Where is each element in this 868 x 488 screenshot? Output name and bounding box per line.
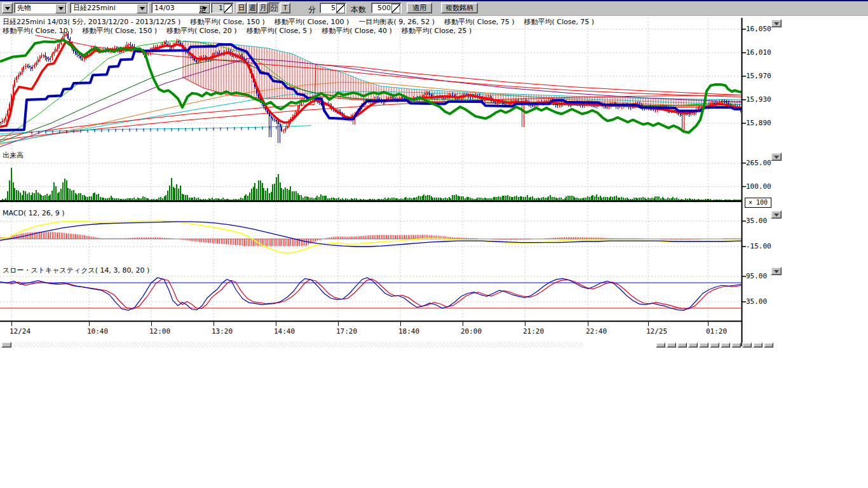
- mini-toolbar-button[interactable]: [667, 342, 676, 348]
- legend-item: 移動平均( Close, 100 ): [275, 18, 349, 26]
- period-month-button[interactable]: 月: [258, 3, 268, 13]
- legend-item: 移動平均( Close, 25 ): [402, 27, 472, 35]
- symbol-select-value: 日経225mini: [73, 4, 116, 13]
- mini-toolbar-button[interactable]: [742, 342, 752, 348]
- application-window: 先物 日経225mini 14/03 足 1 日 週 月 分 T 分 5 本数 …: [0, 0, 868, 488]
- stoch-axis-label: 35.00: [746, 297, 767, 306]
- time-axis-label: 20:00: [461, 327, 482, 336]
- legend-item: 移動平均( Close, 75 ): [524, 18, 595, 26]
- bar-count-label: 本数: [351, 4, 366, 15]
- time-axis-label: 12/24: [10, 327, 31, 336]
- interval-stepper-value: 1: [219, 4, 223, 13]
- scrollbar-track[interactable]: [13, 342, 583, 348]
- interval-stepper[interactable]: 1: [211, 3, 234, 13]
- mini-toolbar-button[interactable]: [677, 342, 687, 348]
- scrollbar-left-button[interactable]: [1, 342, 11, 348]
- market-select-value: 先物: [17, 4, 31, 13]
- ma-10-thick-red: [0, 42, 742, 126]
- chevron-down-icon: [774, 156, 779, 159]
- time-axis-label: 01:20: [706, 327, 727, 336]
- mini-toolbar-button[interactable]: [731, 342, 741, 348]
- legend-row-2: 移動平均( Close, 10 )移動平均( Close, 150 )移動平均(…: [3, 26, 481, 36]
- period-tick-button[interactable]: T: [280, 3, 290, 13]
- minute-label: 分: [308, 4, 316, 15]
- price-axis-label: 16,010: [746, 48, 771, 57]
- spinner-icon[interactable]: [391, 4, 400, 13]
- legend-row-1: 日経225mini 14/03( 5分, 2013/12/20 - 2013/1…: [3, 17, 604, 27]
- macd-panel-title: MACD( 12, 26, 9 ): [3, 209, 65, 217]
- time-axis-label: 13:20: [212, 327, 233, 336]
- stochastics-axis-dropdown-button[interactable]: [771, 267, 782, 275]
- multi-symbol-button[interactable]: 複数銘柄: [441, 3, 478, 13]
- chevron-down-icon[interactable]: [137, 4, 147, 13]
- chevron-down-icon[interactable]: [55, 4, 66, 13]
- stoch-axis-label: 95.00: [746, 272, 767, 280]
- chevron-down-icon: [5, 7, 10, 10]
- ma-5-thin-lightgreen: [0, 41, 742, 141]
- legend-item: 移動平均( Close, 150 ): [190, 18, 265, 26]
- chart-title: 日経225mini 14/03( 5分, 2013/12/20 - 2013/1…: [3, 18, 180, 26]
- price-axis-dropdown-button[interactable]: [771, 19, 782, 27]
- legend-item: 移動平均( Close, 5 ): [247, 27, 313, 35]
- symbol-select[interactable]: 日経225mini: [70, 3, 149, 13]
- period-minute-button[interactable]: 分: [269, 3, 280, 13]
- volume-bars: [0, 168, 742, 201]
- legend-item: 移動平均( Close, 75 ): [444, 18, 515, 26]
- volume-multiplier-badge: × 100: [745, 198, 771, 208]
- contract-month-select-value: 14/03: [154, 4, 175, 13]
- legend-item: 一目均衡表( 9, 26, 52 ): [358, 18, 435, 26]
- chevron-down-icon: [774, 22, 779, 25]
- stochastics-panel-title: スロー・ストキャスティクス( 14, 3, 80, 20 ): [3, 266, 149, 275]
- macd-axis-label: 35.00: [746, 217, 767, 225]
- bar-interval-label: 足: [199, 4, 207, 15]
- time-axis-label: 12:00: [149, 327, 170, 336]
- time-axis-label: 22:40: [586, 327, 607, 336]
- mini-toolbar-button[interactable]: [699, 342, 709, 348]
- minute-stepper-value: 5: [331, 4, 336, 13]
- bar-count-stepper[interactable]: 500: [371, 3, 402, 13]
- legend-item: 移動平均( Close, 150 ): [83, 27, 158, 35]
- bottom-scrollbar-strip: [0, 341, 868, 348]
- mini-toolbar-button[interactable]: [753, 342, 763, 348]
- volume-baseline: [0, 200, 742, 202]
- period-day-button[interactable]: 日: [236, 3, 247, 13]
- volume-panel-title: 出来高: [3, 151, 24, 160]
- time-axis-label: 21:20: [523, 327, 544, 336]
- price-axis-label: 16,050: [746, 25, 771, 33]
- mini-toolbar-button[interactable]: [710, 342, 719, 348]
- mini-toolbar-button[interactable]: [656, 342, 665, 348]
- chart-canvas: [0, 16, 788, 347]
- apply-button[interactable]: 適用: [407, 3, 432, 13]
- chikou-span: [0, 126, 311, 134]
- period-week-button[interactable]: 週: [247, 3, 257, 13]
- time-axis-label: 18:40: [398, 327, 419, 336]
- chevron-down-icon: [774, 214, 779, 217]
- spinner-icon[interactable]: [224, 4, 233, 13]
- ma-75-thick-green: [0, 40, 742, 133]
- volume-axis-label: 265.00: [746, 159, 771, 167]
- chevron-down-icon: [774, 270, 779, 273]
- legend-item: 移動平均( Close, 10 ): [3, 27, 73, 35]
- time-axis-label: 12/25: [646, 327, 667, 336]
- mini-toolbar-button[interactable]: [764, 342, 773, 348]
- chart-area: 日経225mini 14/03( 5分, 2013/12/20 - 2013/1…: [0, 16, 788, 347]
- macd-axis-label: -15.00: [746, 242, 771, 250]
- mini-toolbar-button[interactable]: [688, 342, 698, 348]
- price-axis-label: 15,970: [746, 72, 771, 80]
- window-menu-dropdown-button[interactable]: [2, 3, 13, 13]
- stoch-d-line: [4, 279, 742, 309]
- ichimoku-descending-red: [35, 35, 742, 97]
- volume-axis-dropdown-button[interactable]: [771, 152, 782, 161]
- market-select[interactable]: 先物: [14, 3, 67, 13]
- volume-axis-label: 100.00: [746, 182, 771, 191]
- bar-count-stepper-value: 500: [377, 4, 391, 13]
- macd-axis-dropdown-button[interactable]: [771, 210, 782, 219]
- legend-item: 移動平均( Close, 20 ): [166, 27, 237, 35]
- mini-toolbar-button[interactable]: [721, 342, 730, 348]
- toolbar: 先物 日経225mini 14/03 足 1 日 週 月 分 T 分 5 本数 …: [0, 1, 868, 16]
- time-axis-label: 14:40: [274, 327, 295, 336]
- candlesticks: [0, 31, 742, 143]
- time-axis-label: 17:20: [336, 327, 357, 336]
- spinner-icon[interactable]: [336, 4, 345, 13]
- minute-stepper[interactable]: 5: [320, 3, 346, 13]
